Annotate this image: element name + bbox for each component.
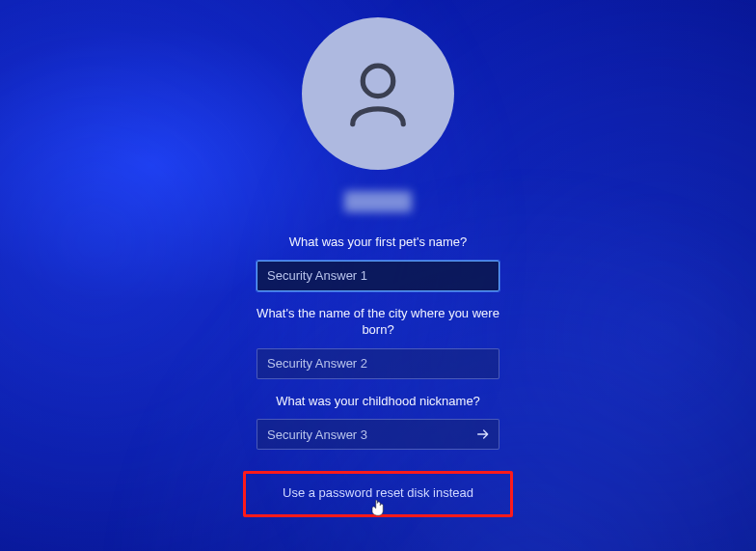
login-security-questions-screen: What was your first pet's name? What's t…: [0, 0, 756, 551]
arrow-right-icon: [475, 427, 491, 442]
security-question-3-group: What was your childhood nickname?: [256, 393, 500, 451]
person-icon: [338, 53, 418, 134]
submit-arrow-button[interactable]: [474, 426, 492, 443]
reset-disk-link-highlight: Use a password reset disk instead: [243, 471, 513, 517]
password-reset-disk-link[interactable]: Use a password reset disk instead: [283, 485, 473, 500]
security-question-1-label: What was your first pet's name?: [256, 234, 500, 251]
user-avatar: [302, 17, 454, 170]
security-answer-3-input[interactable]: [256, 419, 500, 450]
security-question-3-label: What was your childhood nickname?: [256, 393, 500, 410]
security-question-1-group: What was your first pet's name?: [256, 234, 500, 291]
security-question-2-label: What's the name of the city where you we…: [256, 305, 500, 339]
username-label: [344, 191, 412, 212]
security-question-2-group: What's the name of the city where you we…: [256, 305, 500, 379]
security-answer-2-input[interactable]: [256, 348, 500, 379]
svg-point-0: [363, 66, 393, 96]
security-answer-1-input[interactable]: [256, 261, 500, 291]
pointer-cursor-icon: [370, 499, 386, 520]
